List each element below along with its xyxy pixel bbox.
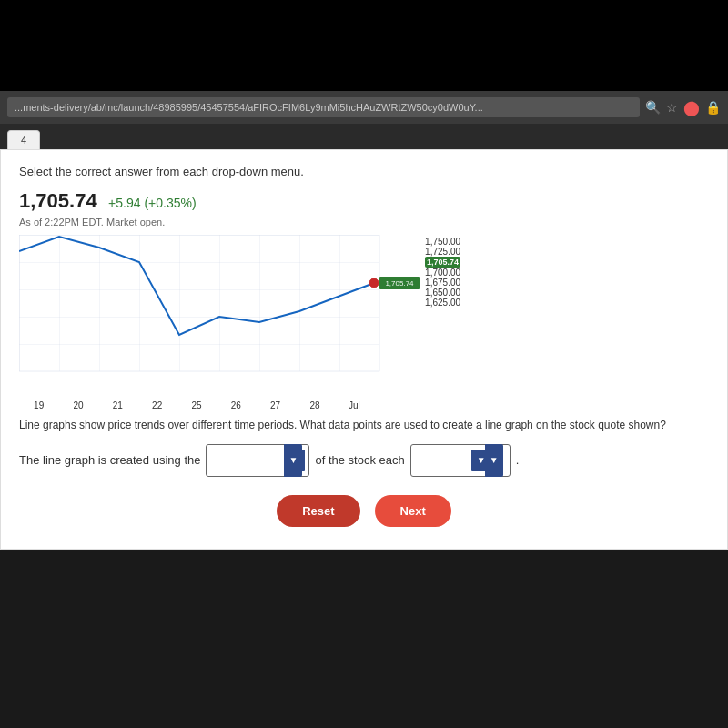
search-icon[interactable]: 🔍 xyxy=(645,100,661,115)
star-icon[interactable]: ☆ xyxy=(666,100,678,115)
tab-4[interactable]: 4 xyxy=(7,130,40,149)
dropdown1-arrow: ▼ xyxy=(285,450,305,471)
reset-button[interactable]: Reset xyxy=(277,495,359,527)
svg-rect-0 xyxy=(19,235,379,371)
browser-url: ...ments-delivery/ab/mc/launch/48985995/… xyxy=(7,97,640,117)
fill-blank-row: The line graph is created using the ▼ of… xyxy=(19,444,709,477)
x-label-19: 19 xyxy=(19,400,58,410)
extension-icon[interactable]: 🔒 xyxy=(705,100,721,115)
stock-change: +5.94 (+0.35%) xyxy=(108,196,197,210)
main-content: Select the correct answer from each drop… xyxy=(0,149,728,550)
next-button[interactable]: Next xyxy=(375,495,451,527)
svg-point-2 xyxy=(369,278,379,288)
instruction-text: Select the correct answer from each drop… xyxy=(19,165,709,178)
bottom-area xyxy=(0,550,728,728)
stock-price: 1,705.74 xyxy=(19,189,97,212)
y-axis-labels: 1,750.00 1,725.00 1,705.74 1,700.00 1,67… xyxy=(425,235,460,324)
x-label-20: 20 xyxy=(58,400,97,410)
x-label-27: 27 xyxy=(256,400,295,410)
x-label-28: 28 xyxy=(295,400,334,410)
buttons-row: Reset Next xyxy=(19,495,709,527)
dropdown1[interactable]: ▼ xyxy=(206,444,309,477)
y-label-current: 1,705.74 xyxy=(425,257,460,268)
stock-header: 1,705.74 +5.94 (+0.35%) xyxy=(19,189,709,213)
dropdown2-wrapper: ▼ xyxy=(410,444,511,477)
y-label-1725: 1,725.00 xyxy=(425,247,460,257)
x-label-22: 22 xyxy=(137,400,177,410)
browser-icons: 🔍 ☆ ⬤ 🔒 xyxy=(645,99,721,116)
y-label-1750: 1,750.00 xyxy=(425,237,460,247)
description-text: Line graphs show price trends over diffe… xyxy=(19,418,709,433)
stock-chart: 1,705.74 xyxy=(19,235,420,399)
x-label-jul: Jul xyxy=(335,400,374,410)
dropdown2[interactable]: ▼ xyxy=(410,444,511,477)
x-label-26: 26 xyxy=(217,400,256,410)
svg-text:1,705.74: 1,705.74 xyxy=(385,279,414,288)
dropdown1-wrapper: ▼ xyxy=(206,444,309,477)
fill-blank-prefix: The line graph is created using the xyxy=(19,453,200,467)
chart-wrapper: 1,705.74 19 20 21 22 25 26 27 28 Jul 1,7… xyxy=(19,235,709,410)
y-label-1625: 1,625.00 xyxy=(425,298,460,308)
y-label-1675: 1,675.00 xyxy=(425,278,460,288)
y-label-1650: 1,650.00 xyxy=(425,288,460,298)
menu-icon[interactable]: ⬤ xyxy=(683,99,700,116)
stock-timestamp: As of 2:22PM EDT. Market open. xyxy=(19,217,709,228)
x-label-25: 25 xyxy=(177,400,216,410)
fill-blank-middle: of the stock each xyxy=(315,453,404,467)
dropdown2-arrow: ▼ xyxy=(471,450,491,471)
tab-bar: 4 xyxy=(0,124,728,149)
x-label-21: 21 xyxy=(98,400,137,410)
fill-blank-suffix: . xyxy=(516,453,520,467)
y-label-1700: 1,700.00 xyxy=(425,268,460,278)
